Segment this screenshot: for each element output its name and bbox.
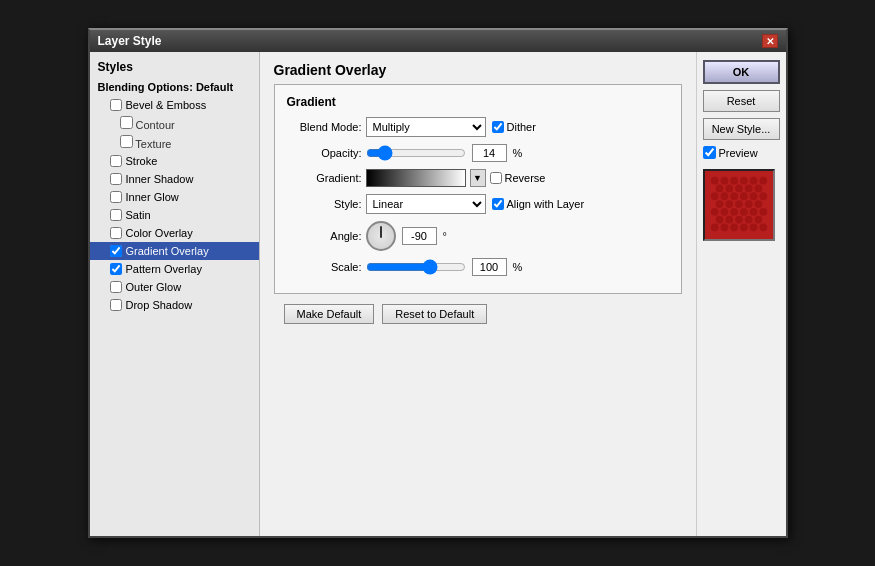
title-bar: Layer Style ✕ <box>90 30 786 52</box>
pattern-overlay-checkbox[interactable] <box>110 263 122 275</box>
sidebar-item-texture[interactable]: Texture <box>90 133 259 152</box>
scale-group: % <box>366 258 669 276</box>
drop-shadow-checkbox[interactable] <box>110 299 122 311</box>
outer-glow-checkbox[interactable] <box>110 281 122 293</box>
satin-checkbox[interactable] <box>110 209 122 221</box>
sidebar-item-stroke[interactable]: Stroke <box>90 152 259 170</box>
style-group: Linear Radial Angle Reflected Diamond Al… <box>366 194 669 214</box>
dither-checkbox-label[interactable]: Dither <box>492 121 536 133</box>
sidebar-item-bevel-emboss[interactable]: Bevel & Emboss <box>90 96 259 114</box>
opacity-row: Opacity: % <box>287 144 669 162</box>
gradient-panel-box: Gradient Blend Mode: Normal Dissolve Mul… <box>274 84 682 294</box>
right-panel: OK Reset New Style... Preview <box>696 52 786 536</box>
opacity-input[interactable] <box>472 144 507 162</box>
blend-mode-group: Normal Dissolve Multiply Screen Overlay … <box>366 117 669 137</box>
style-select[interactable]: Linear Radial Angle Reflected Diamond <box>366 194 486 214</box>
bottom-buttons: Make Default Reset to Default <box>274 304 682 324</box>
align-checkbox[interactable] <box>492 198 504 210</box>
reverse-checkbox[interactable] <box>490 172 502 184</box>
scale-label: Scale: <box>287 261 362 273</box>
layer-style-dialog: Layer Style ✕ Styles Blending Options: D… <box>88 28 788 538</box>
dither-checkbox[interactable] <box>492 121 504 133</box>
gradient-dropdown-arrow[interactable]: ▼ <box>470 169 486 187</box>
opacity-unit: % <box>513 147 523 159</box>
inner-shadow-checkbox[interactable] <box>110 173 122 185</box>
angle-dial[interactable] <box>366 221 396 251</box>
gradient-overlay-checkbox[interactable] <box>110 245 122 257</box>
inner-glow-checkbox[interactable] <box>110 191 122 203</box>
angle-row: Angle: ° <box>287 221 669 251</box>
gradient-row: Gradient: ▼ Reverse <box>287 169 669 187</box>
scale-slider[interactable] <box>366 260 466 274</box>
texture-checkbox[interactable] <box>120 135 133 148</box>
new-style-button[interactable]: New Style... <box>703 118 780 140</box>
reset-button[interactable]: Reset <box>703 90 780 112</box>
preview-area <box>703 169 775 241</box>
make-default-button[interactable]: Make Default <box>284 304 375 324</box>
dialog-body: Styles Blending Options: Default Bevel &… <box>90 52 786 536</box>
gradient-label: Gradient: <box>287 172 362 184</box>
dialog-title: Layer Style <box>98 34 162 48</box>
color-overlay-checkbox[interactable] <box>110 227 122 239</box>
opacity-slider[interactable] <box>366 146 466 160</box>
sidebar: Styles Blending Options: Default Bevel &… <box>90 52 260 536</box>
opacity-label: Opacity: <box>287 147 362 159</box>
sidebar-item-color-overlay[interactable]: Color Overlay <box>90 224 259 242</box>
sidebar-item-gradient-overlay[interactable]: Gradient Overlay <box>90 242 259 260</box>
style-label: Style: <box>287 198 362 210</box>
sidebar-item-satin[interactable]: Satin <box>90 206 259 224</box>
panel-box-title: Gradient <box>287 95 669 109</box>
angle-label: Angle: <box>287 230 362 242</box>
sidebar-item-drop-shadow[interactable]: Drop Shadow <box>90 296 259 314</box>
bevel-emboss-checkbox[interactable] <box>110 99 122 111</box>
sidebar-header: Styles <box>90 56 259 78</box>
align-checkbox-label[interactable]: Align with Layer <box>492 198 585 210</box>
preview-label-row: Preview <box>703 146 780 159</box>
preview-canvas <box>705 170 773 240</box>
angle-unit: ° <box>443 230 447 242</box>
close-button[interactable]: ✕ <box>762 34 778 48</box>
scale-row: Scale: % <box>287 258 669 276</box>
opacity-group: % <box>366 144 669 162</box>
reset-to-default-button[interactable]: Reset to Default <box>382 304 487 324</box>
ok-button[interactable]: OK <box>703 60 780 84</box>
sidebar-item-pattern-overlay[interactable]: Pattern Overlay <box>90 260 259 278</box>
blend-mode-row: Blend Mode: Normal Dissolve Multiply Scr… <box>287 117 669 137</box>
contour-checkbox[interactable] <box>120 116 133 129</box>
sidebar-item-contour[interactable]: Contour <box>90 114 259 133</box>
scale-input[interactable] <box>472 258 507 276</box>
sidebar-item-inner-glow[interactable]: Inner Glow <box>90 188 259 206</box>
angle-group: ° <box>366 221 669 251</box>
blend-mode-label: Blend Mode: <box>287 121 362 133</box>
gradient-picker: ▼ Reverse <box>366 169 669 187</box>
preview-text: Preview <box>719 147 758 159</box>
preview-checkbox[interactable] <box>703 146 716 159</box>
stroke-checkbox[interactable] <box>110 155 122 167</box>
align-label: Align with Layer <box>507 198 585 210</box>
reverse-label: Reverse <box>505 172 546 184</box>
panel-title: Gradient Overlay <box>274 62 682 78</box>
sidebar-item-outer-glow[interactable]: Outer Glow <box>90 278 259 296</box>
svg-rect-40 <box>705 171 773 239</box>
blend-mode-select[interactable]: Normal Dissolve Multiply Screen Overlay <box>366 117 486 137</box>
sidebar-item-inner-shadow[interactable]: Inner Shadow <box>90 170 259 188</box>
style-row: Style: Linear Radial Angle Reflected Dia… <box>287 194 669 214</box>
main-content: Gradient Overlay Gradient Blend Mode: No… <box>260 52 696 536</box>
reverse-checkbox-label[interactable]: Reverse <box>490 172 546 184</box>
gradient-swatch[interactable] <box>366 169 466 187</box>
scale-unit: % <box>513 261 523 273</box>
angle-input[interactable] <box>402 227 437 245</box>
sidebar-item-blending-options[interactable]: Blending Options: Default <box>90 78 259 96</box>
